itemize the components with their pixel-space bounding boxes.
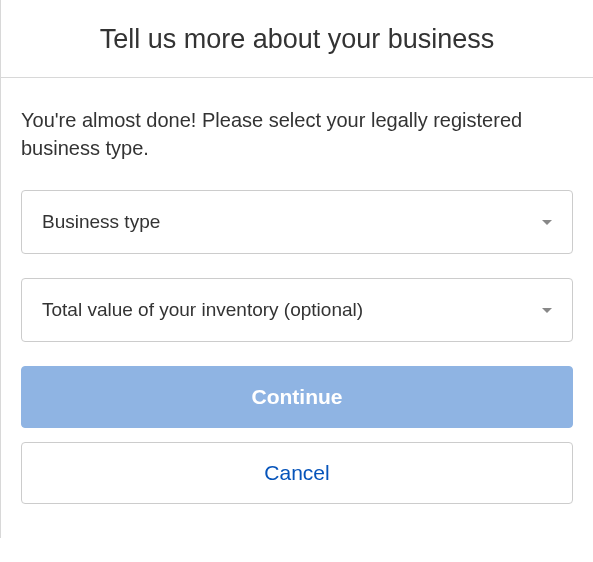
modal-header: Tell us more about your business [1,0,593,78]
business-type-dropdown[interactable]: Business type [21,190,573,254]
page-title: Tell us more about your business [21,24,573,55]
chevron-down-icon [542,308,552,313]
continue-button[interactable]: Continue [21,366,573,428]
modal-content: You're almost done! Please select your l… [1,78,593,538]
form-description: You're almost done! Please select your l… [21,106,573,162]
chevron-down-icon [542,220,552,225]
cancel-button[interactable]: Cancel [21,442,573,504]
inventory-value-label: Total value of your inventory (optional) [42,299,363,321]
business-type-label: Business type [42,211,160,233]
inventory-value-dropdown[interactable]: Total value of your inventory (optional) [21,278,573,342]
modal-container: Tell us more about your business You're … [0,0,593,538]
